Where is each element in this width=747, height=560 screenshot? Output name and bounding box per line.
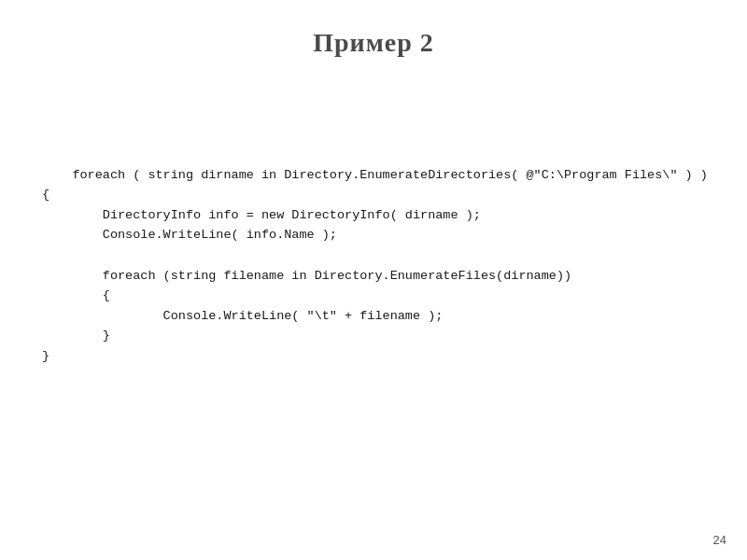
code-line-4: Console.WriteLine( info.Name );	[42, 228, 337, 242]
code-line-3: DirectoryInfo info = new DirectoryInfo( …	[42, 208, 481, 222]
code-line-1: foreach ( string dirname in Directory.En…	[72, 168, 708, 182]
code-line-2: {	[42, 188, 49, 202]
code-block: foreach ( string dirname in Directory.En…	[42, 145, 705, 386]
code-line-9: }	[42, 329, 110, 343]
code-line-8: Console.WriteLine( "\t" + filename );	[42, 309, 443, 323]
code-line-6: foreach (string filename in Directory.En…	[42, 269, 571, 283]
page-number: 24	[713, 533, 726, 547]
slide-title: Пример 2	[0, 0, 747, 58]
code-line-7: {	[42, 288, 110, 302]
slide-container: Пример 2 foreach ( string dirname in Dir…	[0, 0, 747, 560]
code-line-10: }	[42, 349, 49, 363]
